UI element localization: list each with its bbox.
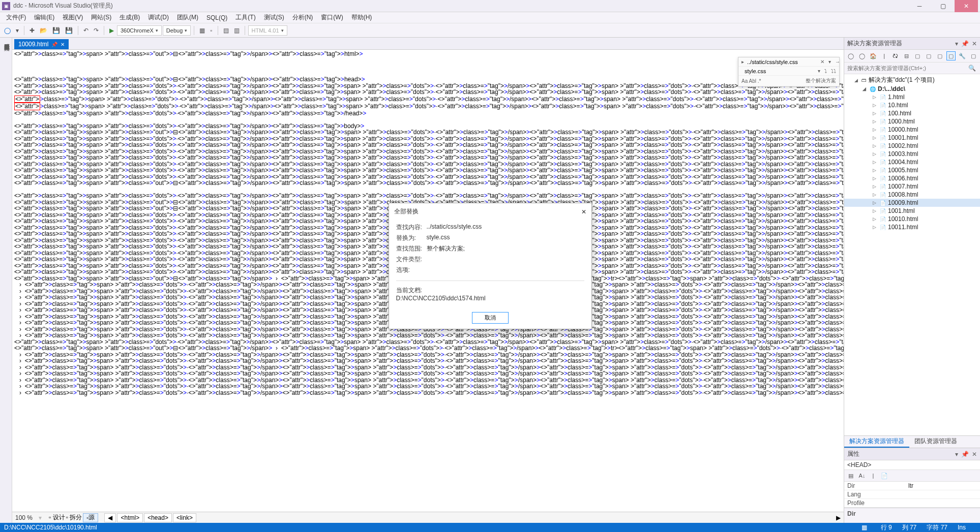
view-design[interactable]: ▫ 设计 — [49, 513, 65, 522]
prop-row[interactable]: Lang — [844, 490, 980, 499]
tree-node[interactable]: ▷📄10003.html — [844, 150, 980, 158]
doctype-combo[interactable]: HTML 4.01 — [248, 25, 287, 36]
menu-item[interactable]: 工具(T) — [231, 12, 259, 23]
save-all-button[interactable]: 💾 — [63, 26, 75, 35]
tree-node[interactable]: ◢🗃解决方案"ddc"(1 个项目) — [844, 75, 980, 85]
tree-node[interactable]: ▷📄10007.html — [844, 182, 980, 191]
props-cat-icon[interactable]: ▤ — [846, 471, 855, 480]
menu-item[interactable]: 文件(F) — [2, 12, 30, 23]
maximize-button[interactable]: ▢ — [931, 0, 955, 12]
crumb-link[interactable]: <link> — [173, 513, 196, 522]
menu-item[interactable]: 分析(N) — [288, 12, 317, 23]
pane-close-icon[interactable]: ✕ — [972, 40, 977, 47]
tree-node[interactable]: ▷📄10005.html — [844, 166, 980, 174]
menu-item[interactable]: 帮助(H) — [347, 12, 376, 23]
tree-node[interactable]: ▷📄10000.html — [844, 126, 980, 134]
open-button[interactable]: 📂 — [38, 26, 49, 35]
close-window-button[interactable]: ✕ — [955, 0, 978, 12]
view-source[interactable]: ▫ 源 — [83, 513, 98, 522]
find-close-icon[interactable]: ✕ — [819, 58, 825, 65]
menu-item[interactable]: 视图(V) — [58, 12, 87, 23]
find-next-icon[interactable]: → — [834, 58, 841, 65]
se-i1-icon[interactable]: ▢ — [913, 51, 923, 60]
props-close-icon[interactable]: ✕ — [972, 451, 977, 458]
tab-solution-explorer[interactable]: 解决方案资源管理器 — [844, 436, 909, 448]
find-input[interactable] — [747, 59, 817, 65]
replace-all-icon[interactable]: ⤵⤵ — [830, 68, 837, 74]
document-tab-active[interactable]: 10009.html 📌 ✕ — [14, 39, 69, 49]
solution-tree[interactable]: ◢🗃解决方案"ddc"(1 个项目)◢🌐D:\...\ddc\▷📄1.html▷… — [844, 74, 980, 435]
tree-node[interactable]: ▷📄1000.html — [844, 117, 980, 126]
expand-icon[interactable]: ▸ — [740, 58, 745, 65]
undo-button[interactable]: ↶ — [81, 26, 91, 35]
zoom-level[interactable]: 100 % — [15, 514, 38, 521]
menu-item[interactable]: 团队(M) — [173, 12, 202, 23]
hscroll-right-icon[interactable]: ▶ — [836, 514, 841, 521]
props-dropdown-icon[interactable]: ▾ — [955, 451, 958, 458]
start-debug-button[interactable]: ▶ — [107, 26, 116, 35]
dialog-cancel-button[interactable]: 取消 — [472, 312, 509, 324]
se-collapse-icon[interactable]: ⊟ — [902, 51, 911, 60]
browser-combo[interactable]: 360ChromeX — [117, 25, 162, 36]
crumb-back[interactable]: ◀ — [104, 513, 116, 522]
solution-search-input[interactable] — [846, 64, 966, 73]
search-icon[interactable]: 🔍 — [966, 64, 978, 73]
pin-icon[interactable]: 📌 — [51, 42, 57, 47]
tree-node[interactable]: ▷📄1.html — [844, 93, 980, 101]
tree-node[interactable]: ▷📄1001.html — [844, 207, 980, 215]
find-drop-1[interactable]: ▾ — [827, 58, 832, 65]
prop-row[interactable]: Dirltr — [844, 482, 980, 490]
tab-team-explorer[interactable]: 团队资源管理器 — [909, 436, 962, 448]
redo-button[interactable]: ↷ — [92, 26, 101, 35]
tb-icon-2[interactable]: ▫ — [208, 26, 214, 35]
tree-node[interactable]: ▷📄10004.html — [844, 158, 980, 166]
props-page-icon[interactable]: 📄 — [880, 471, 889, 480]
menu-item[interactable]: 网站(S) — [87, 12, 115, 23]
replace-one-icon[interactable]: ⤵ — [823, 68, 828, 74]
menu-item[interactable]: 生成(B) — [115, 12, 144, 23]
minimize-button[interactable]: ─ — [908, 0, 931, 12]
tree-node[interactable]: ▷📄100.html — [844, 109, 980, 117]
se-back-icon[interactable]: ◯ — [857, 51, 867, 60]
tab-close-icon[interactable]: ✕ — [61, 42, 65, 47]
props-object[interactable]: <HEAD> — [844, 460, 980, 470]
se-i4-icon[interactable]: ▢ — [946, 51, 956, 60]
nav-fwd-button[interactable]: ▾ — [14, 26, 21, 35]
se-i2-icon[interactable]: ▢ — [924, 51, 933, 60]
tree-node[interactable]: ▷📄10011.html — [844, 223, 980, 231]
prop-row[interactable]: Profile — [844, 499, 980, 508]
tree-node[interactable]: ▷📄10001.html — [844, 134, 980, 142]
replace-drop[interactable]: ▾ — [817, 68, 821, 74]
se-i5-icon[interactable]: 🔧 — [958, 51, 967, 60]
tree-node[interactable]: ◢🌐D:\...\ddc\ — [844, 85, 980, 93]
menu-item[interactable]: 调试(D) — [144, 12, 173, 23]
view-split[interactable]: ▫ 拆分 — [66, 513, 82, 522]
se-refresh-icon[interactable]: 🗘 — [891, 51, 900, 60]
nav-back-button[interactable]: ◯ — [2, 26, 13, 35]
tree-node[interactable]: ▷📄10006.html — [844, 174, 980, 182]
tree-node[interactable]: ▷📄10010.html — [844, 215, 980, 223]
tree-node[interactable]: ▷📄10008.html — [844, 191, 980, 199]
se-i6-icon[interactable]: ▢ — [969, 51, 978, 60]
find-opts[interactable]: Aa Abl .* — [740, 78, 762, 84]
tree-node[interactable]: ▷📄10.html — [844, 101, 980, 109]
left-dock[interactable]: 服务器资源管理器 工具箱 — [0, 38, 12, 523]
new-button[interactable]: ✚ — [27, 26, 37, 35]
save-button[interactable]: 💾 — [50, 26, 62, 35]
dialog-close-icon[interactable]: ✕ — [581, 208, 586, 215]
se-home-icon[interactable]: ◯ — [846, 51, 855, 60]
menu-item[interactable]: SQL(Q) — [202, 13, 231, 22]
tree-node[interactable]: ▷📄10002.html — [844, 142, 980, 150]
tb-icon-1[interactable]: ▦ — [197, 26, 207, 35]
menu-item[interactable]: 窗口(W) — [317, 12, 347, 23]
se-house-icon[interactable]: 🏠 — [869, 51, 878, 60]
pane-pin-icon[interactable]: 📌 — [961, 40, 969, 47]
find-drop-2[interactable]: ▾ — [843, 58, 844, 65]
config-combo[interactable]: Debug — [163, 25, 191, 36]
tb-icon-4[interactable]: ▥ — [232, 26, 242, 35]
crumb-head[interactable]: <head> — [144, 513, 172, 522]
crumb-html[interactable]: <html> — [117, 513, 143, 522]
tb-icon-3[interactable]: ▤ — [221, 26, 231, 35]
props-az-icon[interactable]: A↓ — [857, 471, 867, 480]
replace-input[interactable] — [745, 68, 815, 74]
